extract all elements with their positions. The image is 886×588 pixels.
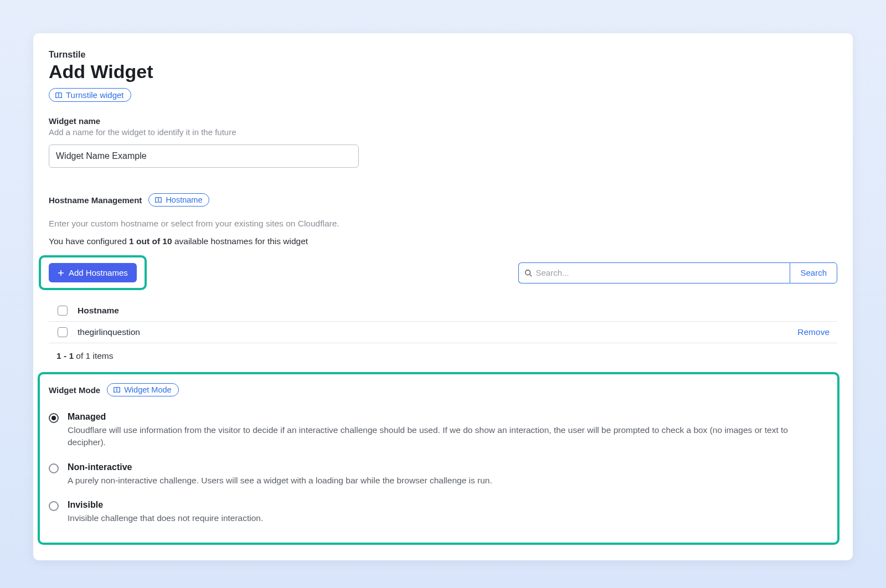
radio-description: Invisible challenge that does not requir… bbox=[68, 512, 263, 524]
hostname-table-header: Hostname bbox=[49, 300, 837, 322]
hostname-section: Hostname Management Hostname Enter your … bbox=[49, 193, 837, 361]
search-icon bbox=[524, 269, 532, 277]
add-hostnames-highlight: Add Hostnames bbox=[39, 255, 147, 290]
hostname-table: Hostname thegirlinquestion Remove bbox=[49, 300, 837, 343]
pager-rest: of 1 items bbox=[74, 351, 114, 360]
pill-label: Widget Mode bbox=[124, 385, 171, 394]
remove-hostname-link[interactable]: Remove bbox=[797, 327, 835, 337]
turnstile-widget-help-pill[interactable]: Turnstile widget bbox=[49, 88, 131, 102]
radio-option-non-interactive[interactable]: Non-interactive A purely non-interactive… bbox=[49, 457, 828, 494]
page-title: Add Widget bbox=[49, 61, 837, 82]
hostname-cell: thegirlinquestion bbox=[78, 327, 787, 337]
book-icon bbox=[154, 196, 162, 204]
radio-button[interactable] bbox=[49, 501, 59, 511]
radio-description: A purely non-interactive challenge. User… bbox=[68, 474, 492, 487]
hostname-description: Enter your custom hostname or select fro… bbox=[49, 219, 837, 229]
widget-name-input[interactable] bbox=[49, 145, 359, 168]
row-checkbox[interactable] bbox=[58, 327, 68, 337]
widget-mode-label: Widget Mode bbox=[49, 385, 100, 395]
hostname-search-input[interactable] bbox=[535, 268, 784, 277]
hostname-count-prefix: You have configured bbox=[49, 236, 129, 246]
hostname-search-group: Search bbox=[518, 262, 837, 283]
radio-label: Invisible bbox=[68, 500, 263, 510]
widget-mode-help-pill[interactable]: Widget Mode bbox=[107, 383, 178, 396]
hostname-help-pill[interactable]: Hostname bbox=[148, 193, 209, 207]
pill-label: Turnstile widget bbox=[66, 90, 124, 100]
widget-mode-radio-group: Managed Cloudflare will use information … bbox=[49, 406, 828, 533]
add-widget-card: Turnstile Add Widget Turnstile widget Wi… bbox=[33, 33, 853, 560]
hostname-count-bold: 1 out of 10 bbox=[129, 236, 172, 246]
hostname-toolbar: Add Hostnames Search bbox=[49, 255, 837, 290]
radio-label: Managed bbox=[68, 412, 828, 422]
book-icon bbox=[55, 91, 63, 99]
widget-name-help: Add a name for the widget to identify it… bbox=[49, 127, 837, 137]
radio-button[interactable] bbox=[49, 463, 59, 473]
hostname-count-suffix: available hostnames for this widget bbox=[172, 236, 308, 246]
hostname-section-label: Hostname Management bbox=[49, 195, 142, 205]
svg-point-2 bbox=[526, 270, 530, 275]
select-all-checkbox[interactable] bbox=[58, 306, 68, 316]
hostname-count: You have configured 1 out of 10 availabl… bbox=[49, 236, 837, 246]
plus-icon bbox=[58, 270, 64, 276]
hostname-search-box[interactable] bbox=[518, 262, 790, 283]
pager-range: 1 - 1 bbox=[56, 351, 74, 360]
table-pager: 1 - 1 of 1 items bbox=[49, 343, 837, 361]
radio-option-managed[interactable]: Managed Cloudflare will use information … bbox=[49, 406, 828, 457]
radio-label: Non-interactive bbox=[68, 462, 492, 472]
radio-description: Cloudflare will use information from the… bbox=[68, 424, 828, 449]
add-hostnames-button[interactable]: Add Hostnames bbox=[49, 263, 137, 282]
radio-option-invisible[interactable]: Invisible Invisible challenge that does … bbox=[49, 494, 828, 532]
widget-mode-highlight: Widget Mode Widget Mode Managed Cloudfla… bbox=[38, 372, 839, 545]
widget-name-label: Widget name bbox=[49, 116, 837, 126]
book-icon bbox=[113, 386, 121, 394]
hostname-search-button[interactable]: Search bbox=[790, 262, 837, 283]
breadcrumb: Turnstile bbox=[49, 50, 837, 60]
add-hostnames-label: Add Hostnames bbox=[69, 268, 128, 277]
radio-button[interactable] bbox=[49, 413, 59, 423]
table-row: thegirlinquestion Remove bbox=[49, 322, 837, 343]
svg-line-3 bbox=[530, 274, 532, 276]
pill-label: Hostname bbox=[166, 195, 202, 204]
hostname-column-header: Hostname bbox=[78, 306, 835, 316]
widget-name-group: Widget name Add a name for the widget to… bbox=[49, 116, 837, 168]
